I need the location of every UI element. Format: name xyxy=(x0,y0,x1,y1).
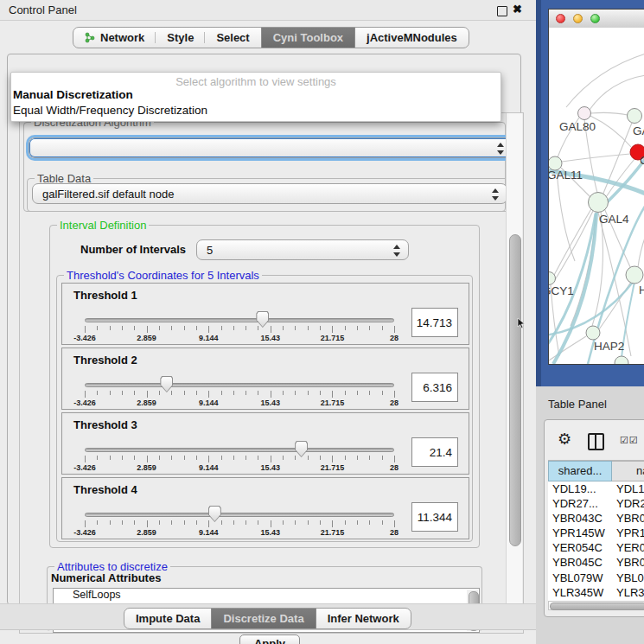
cell-name[interactable]: YDL1 xyxy=(616,482,644,495)
network-edge[interactable] xyxy=(598,213,631,356)
table-row[interactable]: YDL19...YDL1 xyxy=(548,481,644,496)
network-node-h[interactable] xyxy=(626,266,643,284)
close-panel-icon[interactable]: ✖ xyxy=(513,3,522,16)
table-row[interactable]: YDR27...YDR2 xyxy=(548,496,644,511)
dropdown-option[interactable]: Equal Width/Frequency Discretization xyxy=(13,104,207,117)
slider-track[interactable] xyxy=(85,513,394,517)
network-node-gal80[interactable] xyxy=(578,107,591,120)
group-title: Interval Definition xyxy=(57,219,149,232)
table-row[interactable]: YPR145WYPR1 xyxy=(548,526,644,540)
network-node-hap2[interactable] xyxy=(586,326,600,340)
slider-thumb[interactable] xyxy=(295,441,308,457)
bottom-tab-bar: Impute DataDiscretize DataInfer Network xyxy=(124,608,411,629)
slider-thumb[interactable] xyxy=(208,506,221,522)
network-edge[interactable] xyxy=(553,207,592,277)
threshold-value-input[interactable]: 6.316 xyxy=(411,373,458,402)
network-node[interactable] xyxy=(615,356,628,364)
network-window-titlebar[interactable] xyxy=(549,10,644,29)
table-row[interactable]: YBR045CYBR0 xyxy=(548,555,644,570)
slider-track[interactable] xyxy=(85,318,394,322)
threshold-panel-3: Threshold 3-3.4262.8599.14415.4321.71528… xyxy=(61,412,469,475)
apply-button[interactable]: Apply xyxy=(239,634,300,644)
table-panel-title: Table Panel xyxy=(548,398,607,411)
cell-shared-name[interactable]: YDL19... xyxy=(552,482,596,495)
float-window-icon[interactable] xyxy=(497,6,507,16)
node-label: GAL4 xyxy=(599,213,629,226)
tab-jactivemnodules[interactable]: jActiveMNodules xyxy=(355,28,469,48)
threshold-value-input[interactable]: 21.4 xyxy=(411,437,458,467)
cell-shared-name[interactable]: YDR27... xyxy=(552,497,598,510)
cell-name[interactable]: YDR2 xyxy=(616,497,644,510)
attribute-list-item[interactable]: SelfLoops xyxy=(54,589,479,603)
cell-name[interactable]: YPR1 xyxy=(616,526,644,539)
panel-scrollbar-thumb[interactable] xyxy=(509,234,521,546)
network-edge[interactable] xyxy=(590,112,628,115)
split-columns-icon[interactable] xyxy=(588,433,604,450)
network-edge[interactable] xyxy=(557,170,575,261)
group-title: Threshold's Coordinates for 5 Intervals xyxy=(64,269,262,282)
cell-name[interactable]: YBL0 xyxy=(616,571,644,584)
cell-name[interactable]: YBR0 xyxy=(616,512,644,525)
close-window-icon[interactable] xyxy=(556,14,565,23)
cell-shared-name[interactable]: YLR345W xyxy=(552,586,603,599)
cell-shared-name[interactable]: YBL079W xyxy=(552,571,603,584)
panel-scrollbar[interactable] xyxy=(506,113,522,630)
node-label: GAL80 xyxy=(559,120,596,133)
dropdown-option[interactable]: Manual Discretization xyxy=(13,88,133,101)
tab-label: Style xyxy=(167,31,194,44)
threshold-slider[interactable]: -3.4262.8599.14415.4321.71528 xyxy=(85,478,394,539)
cell-shared-name[interactable]: YPR145W xyxy=(552,526,605,539)
cyni-toolbox-panel: Discretization Algorithm Table Data galF… xyxy=(7,54,521,605)
minimize-window-icon[interactable] xyxy=(573,14,583,23)
network-edge[interactable] xyxy=(590,116,631,147)
cell-name[interactable]: YLR3 xyxy=(616,586,644,599)
threshold-slider[interactable]: -3.4262.8599.14415.4321.71528 xyxy=(85,284,394,344)
gear-icon[interactable]: ⚙ xyxy=(558,431,571,447)
desktop-shade xyxy=(536,0,541,386)
threshold-panel-2: Threshold 2-3.4262.8599.14415.4321.71528… xyxy=(61,348,469,410)
table-header: shared... na xyxy=(548,461,644,481)
tab-network[interactable]: Network xyxy=(73,28,156,48)
network-edge[interactable] xyxy=(590,75,644,110)
network-edge[interactable] xyxy=(562,154,630,162)
bottom-tab-impute-data[interactable]: Impute Data xyxy=(124,609,211,628)
number-of-intervals-spinner[interactable]: 5 xyxy=(196,239,409,260)
column-header-shared-name[interactable]: shared... xyxy=(548,461,612,481)
tab-cyni-toolbox[interactable]: Cyni Toolbox xyxy=(261,28,355,48)
node-table[interactable]: shared... na YDL19...YDL1YDR27...YDR2YBR… xyxy=(548,460,644,602)
column-header-name[interactable]: na xyxy=(612,461,644,481)
table-hscrollbar[interactable] xyxy=(548,601,644,610)
table-hscrollbar-thumb[interactable] xyxy=(550,603,644,610)
network-canvas[interactable]: GAL80GACGAL11GAL4GCY1HHAP2 xyxy=(549,28,644,364)
cell-shared-name[interactable]: YBR043C xyxy=(552,512,603,525)
network-node-gal4[interactable] xyxy=(589,193,609,213)
slider-track[interactable] xyxy=(85,448,394,452)
network-node-ga[interactable] xyxy=(628,109,642,124)
algorithm-combobox[interactable] xyxy=(29,137,513,158)
zoom-window-icon[interactable] xyxy=(590,14,600,23)
threshold-value-input[interactable]: 14.713 xyxy=(411,308,458,337)
table-row[interactable]: YBL079WYBL0 xyxy=(548,571,644,585)
control-panel-titlebar: Control Panel ✖ xyxy=(0,0,536,21)
network-edge[interactable] xyxy=(566,54,644,107)
control-panel: Control Panel ✖ NetworkStyleSelectCyni T… xyxy=(0,0,536,644)
tab-select[interactable]: Select xyxy=(205,28,260,48)
select-columns-icons[interactable]: ☑☑ xyxy=(620,435,639,446)
threshold-value-input[interactable]: 11.344 xyxy=(411,502,458,532)
threshold-slider[interactable]: -3.4262.8599.14415.4321.71528 xyxy=(85,413,394,474)
threshold-slider[interactable]: -3.4262.8599.14415.4321.71528 xyxy=(85,348,394,409)
bottom-tab-discretize-data[interactable]: Discretize Data xyxy=(211,609,316,628)
cell-name[interactable]: YER0 xyxy=(616,541,644,554)
network-edge[interactable] xyxy=(638,235,644,267)
network-window: GAL80GACGAL11GAL4GCY1HHAP2 xyxy=(548,9,644,365)
slider-track[interactable] xyxy=(85,383,394,387)
table-data-combobox[interactable]: galFiltered.sif default node xyxy=(32,183,507,204)
cell-shared-name[interactable]: YER054C xyxy=(552,541,603,554)
table-row[interactable]: YBR043CYBR0 xyxy=(548,511,644,526)
table-row[interactable]: YLR345WYLR3 xyxy=(548,585,644,600)
bottom-tab-infer-network[interactable]: Infer Network xyxy=(316,609,411,628)
tab-style[interactable]: Style xyxy=(156,28,205,48)
cell-shared-name[interactable]: YBR045C xyxy=(552,556,603,569)
cell-name[interactable]: YBR0 xyxy=(616,556,644,569)
table-row[interactable]: YER054CYER0 xyxy=(548,540,644,555)
